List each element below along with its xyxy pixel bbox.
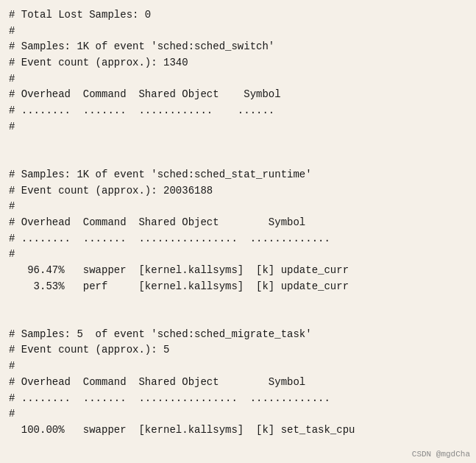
terminal-output: # Total Lost Samples: 0 # # Samples: 1K …	[9, 7, 467, 439]
watermark: CSDN @mgdCha	[412, 450, 470, 459]
